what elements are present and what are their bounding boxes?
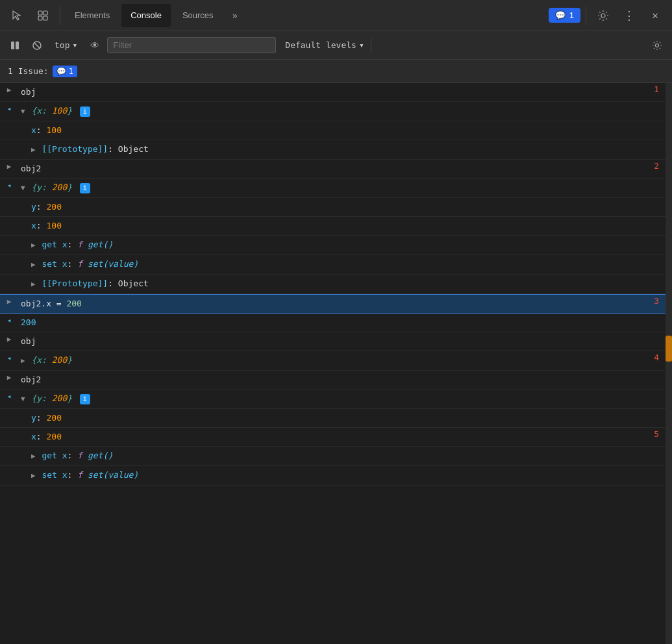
console-toolbar: top ▾ 👁 Default levels ▾ xyxy=(0,31,672,60)
row-content-1: obj xyxy=(18,84,672,100)
svg-rect-2 xyxy=(38,16,42,20)
play-icon[interactable] xyxy=(5,36,25,55)
arrow-spacer-4 xyxy=(0,142,18,143)
info-icon-17[interactable]: i xyxy=(80,394,90,404)
issues-badge-count: 1 xyxy=(69,67,73,76)
console-row-x100b: x: 100 xyxy=(0,217,672,236)
row-content-11: ▶ [[Prototype]]: Object xyxy=(18,276,672,292)
console-row-obj1-expanded: ◂ ▼ {x: 100} i xyxy=(0,102,672,121)
collapse-arrow-2[interactable]: ▼ xyxy=(21,105,25,118)
obj-x200-val: 200 xyxy=(52,355,67,365)
proto-text-2: [[Prototype]] xyxy=(42,279,108,288)
arrow-spacer-8 xyxy=(0,218,18,219)
prop-name-8: x xyxy=(31,221,36,230)
arrow-spacer-10 xyxy=(0,256,18,258)
more-tabs-icon[interactable]: » xyxy=(225,6,245,25)
row-brace-17: } xyxy=(67,393,72,403)
prop-val-7: 200 xyxy=(46,202,61,212)
info-icon-2[interactable]: i xyxy=(80,106,90,117)
expand-arrow-5[interactable]: ▶ xyxy=(0,161,18,171)
collapse-arrow-17[interactable]: ▼ xyxy=(21,393,25,406)
svg-rect-1 xyxy=(44,11,47,15)
expand-proto-1[interactable]: ▶ xyxy=(31,143,36,156)
setter-f2: f xyxy=(77,470,88,480)
row-content-14: obj xyxy=(18,334,672,349)
tab-sources[interactable]: Sources xyxy=(173,4,223,27)
ban-icon[interactable] xyxy=(27,36,47,55)
prop-name-19: x xyxy=(31,432,36,441)
expand-arrow-14[interactable]: ▶ xyxy=(0,334,18,343)
row-brace-6: } xyxy=(67,182,72,192)
scrollbar-thumb[interactable] xyxy=(666,336,672,362)
expand-proto-2[interactable]: ▶ xyxy=(31,278,36,291)
row-obj-text-2: {x: xyxy=(31,106,51,116)
issues-badge-button[interactable]: 💬 1 xyxy=(549,8,580,23)
output-arrow-13: ◂ xyxy=(0,315,18,325)
tab-elements[interactable]: Elements xyxy=(66,4,119,27)
issues-badge[interactable]: 💬 1 xyxy=(53,66,77,77)
row-number-1: 1 xyxy=(654,84,659,94)
proto-text-1: [[Prototype]] xyxy=(42,144,108,154)
row-content-2: ▼ {x: 100} i xyxy=(18,103,672,119)
row-content-8: x: 100 xyxy=(18,218,672,234)
scrollbar-track[interactable] xyxy=(666,83,672,644)
row-number-19: 5 xyxy=(654,429,659,439)
expand-setter2[interactable]: ▶ xyxy=(31,469,36,482)
row-content-5: obj2 xyxy=(18,161,672,177)
console-row-obj2: ▶ obj2 2 xyxy=(0,160,672,179)
result-200: 200 xyxy=(21,317,36,327)
cursor-icon[interactable] xyxy=(5,4,29,27)
console-row-assignment: ▶ obj2.x = 200 3 xyxy=(0,294,672,314)
default-levels-dropdown[interactable]: Default levels ▾ xyxy=(279,38,371,53)
prop-name-3: x xyxy=(31,125,36,135)
expand-getter[interactable]: ▶ xyxy=(31,239,36,252)
divider2 xyxy=(586,6,586,25)
console-row-getter: ▶ get x: f get() xyxy=(0,236,672,255)
expand-setter[interactable]: ▶ xyxy=(31,258,36,271)
eye-icon[interactable]: 👁 xyxy=(85,36,105,55)
svg-rect-0 xyxy=(38,11,42,15)
divider1 xyxy=(60,6,60,25)
row-val-2: 100 xyxy=(52,106,67,116)
obj-x200-brace: } xyxy=(67,355,72,365)
row-content-12: obj2.x = 200 xyxy=(18,296,672,312)
layers-icon[interactable] xyxy=(31,4,55,27)
info-icon-6[interactable]: i xyxy=(80,183,90,193)
filter-input[interactable] xyxy=(107,37,276,53)
setter-name: set(value) xyxy=(88,259,138,269)
row-content-7: y: 200 xyxy=(18,199,672,215)
console-row-obj2-expanded: ◂ ▼ {y: 200} i xyxy=(0,179,672,198)
tab-console[interactable]: Console xyxy=(121,4,171,27)
row-text-14: obj xyxy=(21,336,36,346)
issues-badge-icon: 💬 xyxy=(56,67,66,76)
more-options-icon[interactable]: ⋮ xyxy=(617,4,641,27)
row-content-21: ▶ set x: f set(value) xyxy=(18,467,672,484)
console-row-getter2: ▶ get x: f get() xyxy=(0,447,672,466)
expand-arrow-16[interactable]: ▶ xyxy=(0,372,18,382)
expand-x200[interactable]: ▶ xyxy=(21,354,25,367)
getter-name: get() xyxy=(88,240,113,249)
console-row-y200: y: 200 xyxy=(0,198,672,217)
console-row-obj-x200: ◂ ▶ {x: 200} 4 xyxy=(0,351,672,371)
row-text-5: obj2 xyxy=(21,164,41,173)
expand-getter2[interactable]: ▶ xyxy=(31,450,36,463)
row-content-13: 200 xyxy=(18,315,672,330)
prop-name-7: y xyxy=(31,202,36,212)
context-label: top xyxy=(55,40,69,50)
settings-icon[interactable] xyxy=(591,4,615,27)
console-output[interactable]: ▶ obj 1 ◂ ▼ {x: 100} i x: 100 ▶ [[Protot… xyxy=(0,83,672,644)
expand-arrow-1[interactable]: ▶ xyxy=(0,84,18,94)
console-settings-icon[interactable] xyxy=(647,36,667,55)
output-arrow-15: ◂ xyxy=(0,353,18,362)
prop-val-3: 100 xyxy=(46,125,61,135)
setter-text2: set x xyxy=(42,470,67,480)
collapse-arrow-6[interactable]: ▼ xyxy=(21,182,25,195)
svg-point-4 xyxy=(601,14,605,18)
context-selector[interactable]: top ▾ xyxy=(49,38,82,53)
dropdown-arrow: ▾ xyxy=(72,40,77,50)
row-content-16: obj2 xyxy=(18,372,672,388)
prop-val-19: 200 xyxy=(46,432,61,441)
close-icon[interactable]: ✕ xyxy=(643,4,667,27)
prop-name-18: y xyxy=(31,413,36,423)
arrow-spacer-7 xyxy=(0,199,18,201)
